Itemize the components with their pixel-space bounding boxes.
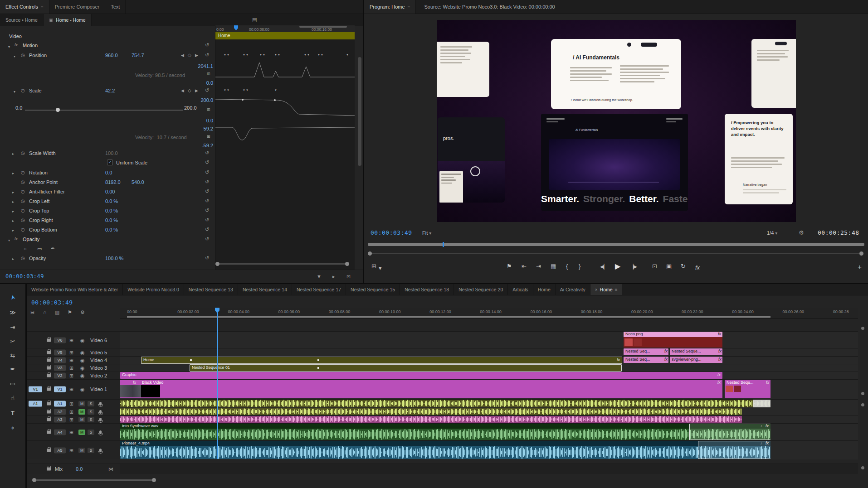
keyframe-marker[interactable]: ▼▼	[224, 53, 230, 56]
mute-button[interactable]: M	[78, 430, 85, 435]
crop-top-value[interactable]: 0.0 %	[105, 208, 118, 213]
rectangle-tool[interactable]: ▭	[10, 380, 15, 387]
voiceover-mic-icon[interactable]	[99, 418, 102, 421]
uniform-scale-checkbox[interactable]: ✓	[107, 159, 113, 165]
lock-icon[interactable]	[47, 449, 51, 452]
lock-icon[interactable]	[47, 468, 51, 471]
h-scroll-handle-left[interactable]	[32, 478, 36, 482]
reset-icon[interactable]: ↺	[205, 87, 209, 93]
zoom-dropdown[interactable]: 1/4 ▾	[767, 230, 777, 236]
reset-icon[interactable]: ↺	[205, 227, 209, 232]
panel-menu-icon[interactable]: ≡	[41, 5, 44, 10]
add-marker-icon[interactable]: ⚑	[68, 309, 72, 315]
scrubber-playhead[interactable]	[443, 242, 444, 247]
mute-button[interactable]: M	[78, 417, 85, 422]
sync-lock-icon[interactable]: ⊞	[69, 387, 73, 392]
sequence-tab[interactable]: Nested Sequence 20	[454, 284, 508, 295]
lock-icon[interactable]	[47, 367, 51, 370]
clip-nested-seq[interactable]: Nested Seq...fx	[624, 348, 668, 355]
sync-lock-icon[interactable]: ⊞	[69, 358, 73, 363]
next-keyframe-icon[interactable]: ▶	[195, 53, 198, 58]
button-editor-icon[interactable]: +	[858, 263, 862, 271]
voiceover-mic-icon[interactable]	[99, 430, 102, 434]
ripple-edit-tool[interactable]: ⇥	[10, 324, 15, 331]
crop-left-value[interactable]: 0.0 %	[105, 198, 118, 204]
export-icon[interactable]: ⊡	[346, 274, 351, 280]
zoom-handle-left[interactable]	[368, 251, 372, 256]
sync-lock-icon[interactable]: ⊞	[69, 447, 73, 453]
zoom-tool[interactable]: ⌖	[11, 425, 14, 432]
fx-icon[interactable]: fx	[15, 237, 18, 241]
timeline-ruler[interactable]: 00:0000:00:02:0000:00:04:0000:00:06:0000…	[120, 308, 858, 319]
lock-icon[interactable]	[47, 359, 51, 362]
reset-icon[interactable]: ↺	[205, 236, 209, 242]
stopwatch-icon[interactable]: ◷	[21, 150, 25, 155]
export-frame-icon[interactable]: ⊡	[652, 263, 657, 270]
program-timecode[interactable]: 00:00:03:49	[371, 229, 412, 236]
twirl-icon[interactable]: ▸	[12, 228, 14, 232]
rect-mask-icon[interactable]: ▭	[37, 246, 42, 252]
keyframe-marker[interactable]: ▼▼	[224, 89, 230, 92]
play-icon[interactable]: ▶	[615, 262, 620, 271]
settings-wrench-icon[interactable]: ⚙	[799, 229, 804, 236]
track-badge[interactable]: V1	[54, 387, 66, 392]
motion-label[interactable]: Motion	[23, 43, 38, 48]
linked-selection-icon[interactable]: ▥	[55, 309, 59, 315]
solo-button[interactable]: S	[88, 417, 94, 422]
stopwatch-icon[interactable]: ◷	[21, 217, 25, 222]
track-badge[interactable]: V6	[54, 337, 66, 343]
keyframe-marker[interactable]: ▼▼	[259, 53, 266, 56]
twirl-icon[interactable]: ▸	[12, 219, 14, 223]
loop-icon[interactable]: ↻	[681, 263, 686, 270]
crop-bottom-value[interactable]: 0.0 %	[105, 227, 118, 232]
lock-icon[interactable]	[47, 374, 51, 377]
mix-keyframe-icon[interactable]: ⋈	[108, 466, 113, 472]
position-y-value[interactable]: 754.7	[132, 53, 144, 58]
stopwatch-icon[interactable]: ◷	[21, 208, 25, 213]
sync-lock-icon[interactable]: ⊞	[69, 373, 73, 379]
keyframe-marker[interactable]: ▼▼	[274, 53, 281, 56]
ellipse-mask-icon[interactable]: ○	[24, 246, 27, 251]
reset-icon[interactable]: ↺	[205, 179, 209, 185]
voiceover-mic-icon[interactable]	[99, 410, 102, 414]
go-to-out-icon[interactable]: ⇥	[536, 263, 541, 270]
eye-icon[interactable]: ◉	[80, 373, 85, 379]
clip-keyframe-marker[interactable]	[317, 367, 319, 369]
stopwatch-icon[interactable]: ◷	[21, 53, 25, 58]
track-badge[interactable]: A1	[54, 401, 66, 407]
h-scrollbar[interactable]	[36, 479, 153, 481]
clip-svgviewer[interactable]: svgviewer-png...fx	[670, 357, 722, 363]
eye-icon[interactable]: ◉	[80, 358, 85, 363]
video-preview[interactable]: / AI Fundamentals / What we'll discuss d…	[437, 20, 796, 222]
play-around-icon[interactable]: ▸	[332, 274, 335, 280]
reset-icon[interactable]: ↺	[205, 52, 209, 58]
lock-icon[interactable]	[47, 418, 51, 421]
comparison-view-icon[interactable]: ▣	[666, 263, 672, 270]
crop-right-value[interactable]: 0.0 %	[105, 217, 118, 223]
prev-keyframe-icon[interactable]: ◀	[181, 53, 184, 58]
add-keyframe-icon[interactable]: ◇	[188, 53, 191, 58]
safe-margins-icon[interactable]: ▦	[551, 263, 556, 270]
clip-keyframe-marker[interactable]	[317, 359, 319, 361]
lane-zoom-handle-left[interactable]	[215, 262, 219, 266]
scale-slider-handle[interactable]	[56, 108, 60, 112]
step-back-icon[interactable]: ◀▏	[600, 264, 608, 270]
stopwatch-icon[interactable]: ◷	[21, 256, 25, 261]
keyframe-marker[interactable]: ▼▼	[304, 53, 310, 56]
scale-value[interactable]: 42.2	[105, 88, 115, 93]
clip-nested-seq[interactable]: Nested Seq...fx	[624, 357, 668, 363]
keyframe-marker[interactable]: ▼▼	[317, 53, 324, 56]
scale-slider-track[interactable]	[25, 110, 183, 111]
clip-graphic[interactable]: Graphicfx	[120, 372, 722, 379]
track-badge[interactable]: V3	[54, 365, 66, 371]
keyframe-marker[interactable]: ▼	[346, 53, 349, 56]
lane-zoom-track[interactable]	[219, 263, 347, 265]
sequence-tab[interactable]: Nested Sequence 14	[238, 284, 292, 295]
reset-icon[interactable]: ↺	[205, 208, 209, 213]
twirl-icon[interactable]: ▾	[8, 45, 10, 49]
track-badge[interactable]: A3	[54, 417, 66, 423]
keyframe-marker[interactable]: ▼	[274, 89, 278, 92]
timeline-settings-icon[interactable]: ⚙	[80, 309, 85, 315]
twirl-icon[interactable]: ▸	[12, 200, 14, 204]
reset-icon[interactable]: ↺	[205, 188, 209, 194]
